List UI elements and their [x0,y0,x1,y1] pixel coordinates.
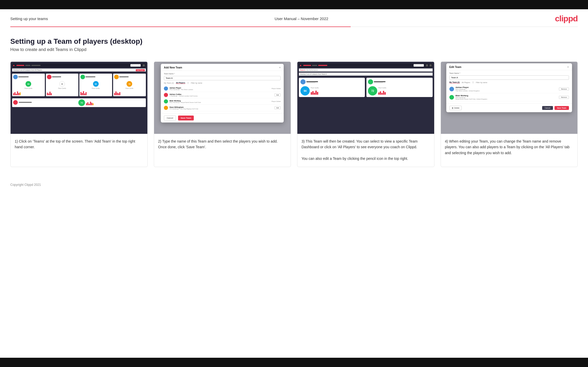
player-club-3: Plus Handicap · Royal North Devon Golf C… [170,102,270,103]
score-label: Player Quality [80,88,111,89]
player-card-2: 0 Player Quality [46,74,79,96]
avatar-2 [47,75,52,79]
bar [20,92,21,95]
header: Setting up your teams User Manual – Nove… [0,9,588,27]
add-team-btn[interactable]: Add Team [136,69,145,71]
card-2: Add New Team × Team Name * My Team (2) A… [154,62,291,167]
modal-title: Add New Team [164,66,182,69]
edit-player-avatar-1 [449,87,454,91]
copyright-text: Copyright Clippd 2021 [10,183,41,187]
tab-all-players[interactable]: All Players [176,82,185,84]
player-quality-label: Player Quality [311,87,319,89]
bottom-name [19,102,32,103]
player-info-2: Adrian Coliba 1 Handicap · Central Londo… [170,93,273,97]
team-score-72: 72 [368,86,377,95]
bar [16,94,17,95]
edit-save-team-button[interactable]: Save Team [555,106,569,110]
player-added-badge-3: Player Added [272,101,281,102]
player-card-1: 84 Player Quality [12,74,45,96]
bar-chart-4 [114,90,145,95]
player-avatar-2 [164,93,168,97]
bar [114,93,115,95]
my-performance-tab[interactable]: My Performance [306,69,318,71]
team-avatar-1 [300,79,306,84]
main-content: Setting up a Team of players (desktop) H… [0,27,588,180]
player-info-4: Dave Billingham 3.5 Handicap · The Oxg M… [170,106,273,110]
player-club-1: Plus Handicap · The Shire London [170,89,270,90]
nav-bar-2 [303,65,311,66]
bar [93,103,94,105]
bar [17,91,18,95]
score-84: 84 [26,81,31,87]
edit-team-name-input[interactable] [449,75,569,80]
bar [90,102,91,105]
edit-filter-checkbox[interactable] [472,82,474,83]
edit-tab-all-players[interactable]: All Players [462,82,470,83]
delete-team-button[interactable]: 🗑 Delete [449,106,462,110]
team-a-tab[interactable]: Team A [300,69,305,71]
team-player-1: 94 Player Quality [299,78,365,97]
edit-modal-tabs: My Team (2) All Players Filter by name [449,81,569,83]
bar [384,92,386,95]
team-name-input[interactable] [164,76,281,80]
edit-modal-close-icon[interactable]: × [567,65,569,68]
bottom-player-card: 72 [12,98,146,107]
player-row-3: Blair McHarg Plus Handicap · Royal North… [164,98,281,105]
bar [86,92,87,95]
remove-player-btn-1[interactable]: Remove [559,88,569,91]
search-bar-2 [414,64,424,67]
player-card-3: 94 Player Quality [79,74,112,96]
bar [315,91,317,95]
team-name-label: Team Name * [164,73,281,75]
add-player-btn-2[interactable]: Add [274,93,281,97]
bottom-avatar [13,100,18,105]
edit-modal-title: Edit Team [449,66,461,68]
page-title: Setting up a Team of players (desktop) [10,37,578,46]
tab-my-team[interactable]: My Team (2) [164,82,174,84]
avatar-1 [13,75,18,79]
bar [49,92,51,95]
filter-checkbox[interactable] [187,82,189,84]
player-card-4: 78 Player Quality [113,74,146,96]
edit-player-info-2: Blair McHarg Plus Handicap Royal North D… [456,94,558,100]
edit-filter-by-name[interactable]: Filter by name [476,82,487,83]
nav-bar [16,65,24,66]
modal-close-icon[interactable]: × [279,66,281,69]
player-sub-bar-1 [306,83,315,83]
bar [84,93,85,95]
page-subtitle: How to create and edit Teams in Clippd [10,47,578,52]
add-player-btn-4[interactable]: Add [274,106,281,109]
search-bar [130,64,141,67]
bar [83,91,84,95]
cancel-button[interactable]: Cancel [164,116,176,120]
bar [380,91,381,95]
bar [47,93,48,95]
bar [119,92,120,95]
edit-player-row-2: Blair McHarg Plus Handicap Royal North D… [449,93,569,101]
score-0: 0 [59,81,65,87]
remove-player-btn-2[interactable]: Remove [559,96,569,99]
bar [13,93,14,95]
bar [91,103,92,105]
bar [314,93,315,95]
bar [89,104,90,105]
bar [80,92,81,95]
modal-body: Team Name * My Team (2) All Players Filt… [161,71,284,113]
edit-footer-right: Cancel Save Team [542,106,569,110]
bottom-score-72: 72 [78,99,85,106]
score-label: Player Quality [114,88,145,89]
logo: clippd [555,14,578,23]
icon-btn [143,64,145,66]
bottom-bar-chart [86,100,145,105]
edit-icon[interactable] [430,64,432,66]
document-title: User Manual – November 2022 [275,16,328,21]
edit-player-avatar-2 [449,95,454,100]
edit-cancel-button[interactable]: Cancel [542,106,553,110]
edit-modal-header: Edit Team × [446,63,572,70]
edit-tab-my-team[interactable]: My Team (2) [449,81,460,83]
filter-by-name[interactable]: Filter by name [191,82,202,84]
team-players-grid: 94 Player Quality [299,77,433,98]
score-label: Player Quality [13,88,44,89]
player-avatar-3 [164,99,168,103]
save-team-button[interactable]: Save Team [178,116,194,120]
